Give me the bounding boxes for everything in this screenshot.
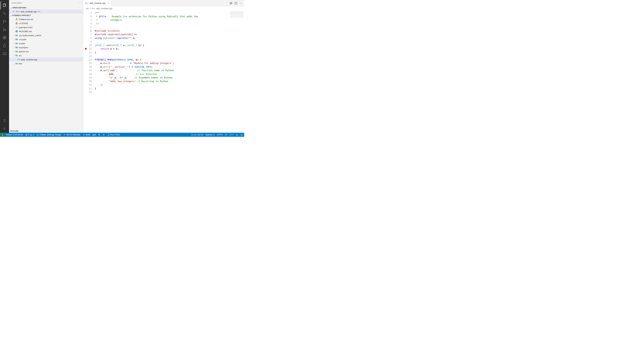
line-number[interactable]: 11 — [83, 47, 92, 51]
remote-indicator[interactable] — [0, 133, 5, 137]
code-editor[interactable]: 1234567891011121314151617181920212223 /*… — [83, 10, 244, 133]
code-line[interactable]: using pybind11::operator""_a; — [95, 36, 244, 40]
line-number[interactable]: 8 — [83, 36, 92, 40]
tree-folder[interactable]: ›.py-build-cmake_cache — [9, 33, 83, 37]
tree-folder[interactable]: ›test — [9, 61, 83, 65]
status-problems[interactable]: 0 0 — [25, 134, 34, 136]
line-number[interactable]: 3 — [83, 18, 92, 22]
line-number[interactable]: 7 — [83, 33, 92, 36]
tab-add-module[interactable]: C++ add_module.cpp × — [83, 0, 111, 6]
line-number[interactable]: 12 — [83, 51, 92, 54]
line-number[interactable]: 22 — [83, 87, 92, 90]
code-content[interactable]: /** * @file····Example C++ extension for… — [95, 10, 244, 133]
status-target[interactable]: [all] — [92, 134, 96, 136]
code-line[interactable] — [95, 54, 244, 58]
status-build[interactable]: Build — [83, 134, 90, 136]
tree-folder[interactable]: ›cmake — [9, 41, 83, 45]
code-line[interactable]: #include <pybind11/pybind11.h> — [95, 33, 244, 36]
line-number[interactable]: 2 — [83, 15, 92, 18]
split-editor-icon[interactable] — [234, 2, 237, 4]
status-ctest[interactable]: Run CTest — [107, 134, 120, 136]
line-number[interactable]: 1 — [83, 11, 92, 15]
breadcrumb-part[interactable]: add_module.cpp — [96, 7, 112, 10]
code-line[interactable]: ··········"a"_a, "b"_a,·····// Argument … — [95, 76, 244, 80]
code-line[interactable]: /** — [95, 11, 244, 15]
activity-explorer[interactable] — [0, 1, 8, 9]
code-line[interactable]: ····m.doc()··············= "Module for a… — [95, 61, 244, 65]
code-line[interactable] — [95, 90, 244, 94]
close-icon[interactable]: × — [13, 10, 16, 13]
code-line[interactable]: ··········add,···············// C++ func… — [95, 72, 244, 76]
code-line[interactable] — [95, 25, 244, 29]
tree-file[interactable]: LICENSE — [9, 21, 83, 25]
tree-folder[interactable]: ›.vscode — [9, 37, 83, 41]
activity-extensions[interactable] — [0, 33, 8, 41]
code-line[interactable]: ····return a + b; — [95, 47, 244, 51]
code-line[interactable]: *·········integers. — [95, 18, 244, 22]
explorer-more-icon[interactable]: ⋯ — [79, 2, 80, 4]
code-line[interactable]: ····m.def("add",··············// functio… — [95, 69, 244, 72]
activity-run-debug[interactable] — [0, 25, 8, 33]
status-bell-icon[interactable] — [240, 134, 243, 136]
close-icon[interactable]: × — [108, 2, 109, 4]
status-spaces[interactable]: Spaces: 4 — [206, 134, 214, 136]
outline-header[interactable]: › OUTLINE — [9, 129, 83, 133]
line-number[interactable]: 21 — [83, 83, 92, 87]
status-debug-icon[interactable] — [98, 134, 100, 136]
code-line[interactable]: int32_t add(int32_t a, int32_t b) { — [95, 43, 244, 47]
status-eol[interactable]: LF — [225, 134, 227, 136]
status-position[interactable]: Ln 11, Col 18 — [191, 134, 203, 136]
code-line[interactable]: ····m.attr("__version__") = VERSION_INFO… — [95, 65, 244, 69]
line-number[interactable]: 9 — [83, 40, 92, 43]
line-number[interactable]: 23 — [83, 90, 92, 94]
code-line[interactable]: PYBIND11_MODULE(MODULE_NAME, m) { — [95, 58, 244, 62]
line-number[interactable]: 13 — [83, 54, 92, 58]
activity-output[interactable] — [0, 50, 8, 58]
open-editor-item[interactable]: × C++ add_module.cpp src — [9, 9, 83, 13]
breadcrumb[interactable]: src › C++ add_module.cpp — [83, 6, 244, 10]
status-cmake[interactable]: CMake: [Debug]: Ready — [36, 134, 61, 136]
tree-folder[interactable]: ›examples — [9, 45, 83, 49]
line-number[interactable]: 17 — [83, 69, 92, 72]
line-number[interactable]: 10 — [83, 43, 92, 47]
code-line[interactable]: */ — [95, 22, 244, 26]
code-line[interactable]: #include <cstdint> — [95, 29, 244, 33]
line-number[interactable]: 19 — [83, 76, 92, 80]
line-number[interactable]: 20 — [83, 80, 92, 83]
line-number[interactable]: 16 — [83, 65, 92, 69]
status-feedback-icon[interactable] — [236, 134, 238, 136]
line-number[interactable]: 6 — [83, 29, 92, 33]
project-header[interactable]: ⌄ PYBIND11-PROJECT — [9, 13, 83, 17]
code-line[interactable] — [95, 40, 244, 43]
more-icon[interactable]: ⋯ — [240, 2, 242, 4]
activity-account[interactable] — [0, 117, 8, 125]
tree-file[interactable]: CMakeLists.txt — [9, 17, 83, 21]
activity-scm[interactable] — [0, 17, 8, 25]
line-number[interactable]: 4 — [83, 22, 92, 26]
tree-folder[interactable]: ⌄src — [9, 53, 83, 57]
line-number[interactable]: 15 — [83, 61, 92, 65]
code-line[interactable]: ····); — [95, 83, 244, 87]
code-line[interactable]: } — [95, 87, 244, 90]
tree-folder[interactable]: ›python-src — [9, 49, 83, 53]
minimap[interactable] — [230, 11, 244, 18]
code-line[interactable]: * @file····Example C++ extension for Pyt… — [95, 15, 244, 18]
activity-testing[interactable] — [0, 41, 8, 50]
line-number[interactable]: 14 — [83, 58, 92, 62]
line-number[interactable]: 5 — [83, 25, 92, 29]
tree-file[interactable]: pyproject.toml — [9, 25, 83, 29]
line-number[interactable]: 18 — [83, 72, 92, 76]
breakpoint-icon[interactable] — [85, 48, 87, 50]
status-encoding[interactable]: UTF-8 — [217, 134, 222, 136]
code-line[interactable]: } — [95, 51, 244, 54]
open-editors-header[interactable]: ⌄ OPEN EDITORS — [9, 6, 83, 9]
breadcrumb-part[interactable]: src — [86, 7, 89, 10]
tree-file[interactable]: iREADME.md — [9, 29, 83, 33]
activity-search[interactable] — [0, 9, 8, 17]
status-python[interactable]: Python 3.9.6 64-bit — [6, 134, 23, 136]
compare-changes-icon[interactable] — [230, 2, 232, 4]
code-line[interactable]: ··········"Adds two integers" // Docstri… — [95, 80, 244, 83]
activity-settings[interactable] — [0, 125, 8, 133]
status-kit[interactable]: No Kit Selected — [64, 134, 80, 136]
status-run-icon[interactable] — [103, 134, 105, 136]
